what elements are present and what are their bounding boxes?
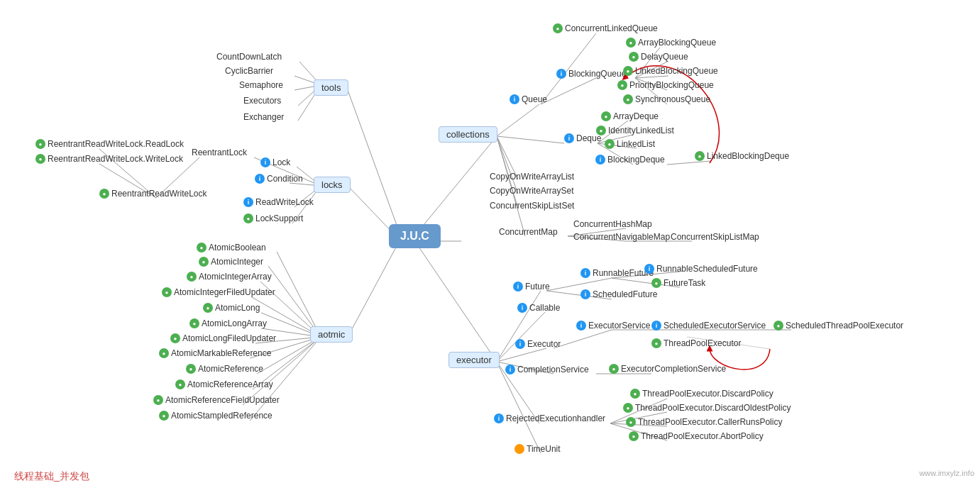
watermark: www.imxylz.info — [919, 469, 974, 477]
svg-line-54 — [497, 348, 546, 362]
node-reentrantreadwritelock: ● ReentrantReadWriteLock — [99, 189, 207, 199]
svg-line-62 — [554, 330, 612, 348]
svg-line-32 — [497, 136, 564, 143]
node-executors: Executors — [243, 96, 281, 106]
node-threadpoolexecutor: ● ThreadPoolExecutor — [651, 338, 741, 348]
node-identitylinkedlist: ● IdentityLinkedList — [596, 126, 674, 135]
svg-line-40 — [635, 76, 668, 78]
node-countdownlatch: CountDownLatch — [216, 52, 282, 62]
svg-line-48 — [667, 161, 711, 165]
executor-label: executor — [448, 352, 500, 368]
node-concurrentskiplistset: ConcurrentSkipListSet — [490, 201, 574, 211]
node-readlock: ● ReentrantReadWriteLock.ReadLock — [35, 139, 184, 149]
node-scheduledexecutorservice: i ScheduledExecutorService — [651, 321, 766, 331]
node-copyonwritearraylist: CopyOnWriteArrayList — [490, 172, 574, 182]
node-atomiclongfiledupdater: ● AtomicLongFiledUpdater — [170, 333, 276, 343]
node-atomicstampledreference: ● AtomicStampledReference — [159, 411, 272, 421]
tools-label: tools — [314, 79, 348, 96]
svg-line-19 — [277, 252, 321, 337]
node-copyonwritearrayset: CopyOnWriteArraySet — [490, 186, 573, 196]
node-concurrentlinkedqueue: ● ConcurrentLinkedQueue — [553, 23, 658, 33]
node-reentrantlock: ReentrantLock — [192, 148, 247, 157]
svg-line-2 — [417, 245, 497, 362]
node-executorcompletionservice: ● ExecutorCompletionService — [609, 364, 726, 374]
node-delayqueue: ● DelayQueue — [629, 52, 688, 62]
node-runnablefuture: i RunnableFuture — [580, 268, 654, 278]
svg-line-34 — [497, 136, 518, 194]
node-priorityblockingqueue: ● PriorityBlockingQueue — [617, 80, 714, 90]
node-concurrentnavigablemap: ConcurrentNavigableMap — [573, 232, 670, 242]
node-blockingdeque: i BlockingDeque — [595, 155, 665, 165]
node-executor: i Executor — [515, 339, 561, 349]
svg-line-5 — [348, 245, 397, 337]
center-node: J.U.C — [389, 224, 441, 248]
bottom-text: 线程基础_并发包 — [14, 470, 89, 483]
category-aotmic: aotmic — [310, 326, 353, 343]
node-linkedblockingdeque: ● LinkedBlockingDeque — [695, 151, 789, 161]
svg-line-52 — [497, 291, 541, 362]
category-locks: locks — [314, 177, 351, 193]
svg-line-3 — [348, 90, 397, 227]
node-atomiclong: ● AtomicLong — [203, 303, 260, 313]
node-atomicintegerfiledupdater: ● AtomicIntegerFiledUpdater — [162, 287, 275, 297]
svg-line-57 — [497, 362, 541, 453]
node-timeunit: TimeUnit — [514, 444, 561, 454]
node-arraydeque: ● ArrayDeque — [601, 111, 659, 121]
node-atomicinteger: ● AtomicInteger — [199, 257, 263, 267]
node-queue: i Queue — [510, 94, 547, 104]
node-lock: i Lock — [260, 157, 290, 167]
node-discardoldestpolicy: ● ThreadPoolExecutor.DiscardOldestPolicy — [623, 403, 791, 413]
node-futuretask: ● FutureTask — [651, 278, 705, 288]
node-concurrenthashmap: ConcurrentHashMap — [573, 219, 652, 229]
node-completionservice: i CompletionService — [505, 365, 589, 374]
node-linkedlist: ● LinkedList — [605, 139, 655, 149]
node-discardpolicy: ● ThreadPoolExecutor.DiscardPolicy — [630, 389, 773, 399]
node-atomicreferencearray: ● AtomicReferenceArray — [175, 379, 273, 389]
category-tools: tools — [314, 79, 348, 96]
node-synchronousqueue: ● SynchronousQueue — [623, 94, 710, 104]
node-blockingqueue: i BlockingQueue — [556, 69, 626, 79]
connection-lines — [0, 0, 980, 483]
node-executorservice: i ExecutorService — [576, 321, 650, 331]
category-collections: collections — [439, 126, 497, 143]
aotmic-label: aotmic — [310, 326, 353, 343]
node-condition: i Condition — [255, 174, 303, 184]
node-runnablescheduledfuture: i RunnableScheduledFuture — [644, 264, 758, 274]
node-atomicmarkablereference: ● AtomicMarkableReference — [159, 348, 271, 358]
svg-line-37 — [541, 78, 596, 104]
locks-label: locks — [314, 177, 351, 193]
collections-label: collections — [439, 126, 497, 143]
node-concurrentmap: ConcurrentMap — [499, 227, 558, 237]
node-abortpolicy: ● ThreadPoolExecutor.AbortPolicy — [629, 431, 764, 441]
node-atomiclongarray: ● AtomicLongArray — [189, 318, 267, 328]
diagram: J.U.C tools locks aotmic collections exe… — [0, 0, 980, 483]
node-readwritelock: i ReadWriteLock — [243, 197, 314, 207]
node-scheduledthreadpoolexecutor: ● ScheduledThreadPoolExecutor — [773, 321, 903, 331]
svg-line-31 — [497, 104, 539, 136]
node-semaphore: Semaphore — [239, 80, 283, 90]
node-atomicreference: ● AtomicReference — [186, 364, 263, 374]
svg-line-1 — [417, 136, 497, 233]
node-atomicintegerarray: ● AtomicIntegerArray — [187, 272, 272, 282]
node-exchanger: Exchanger — [243, 112, 284, 122]
node-atomicboolean: ● AtomicBoolean — [197, 243, 266, 252]
node-scheduledfuture: i ScheduledFuture — [580, 289, 657, 299]
node-linkedblockingqueue: ● LinkedBlockingQueue — [623, 66, 718, 76]
node-future: i Future — [513, 282, 550, 292]
category-executor: executor — [448, 352, 500, 368]
node-callable: i Callable — [517, 303, 560, 313]
node-locksupport: ● LockSupport — [243, 213, 303, 223]
node-writelock: ● ReentrantReadWriteLock.WriteLock — [35, 154, 183, 164]
node-arrayblockingqueue: ● ArrayBlockingQueue — [626, 38, 716, 48]
svg-line-53 — [497, 312, 545, 362]
node-concurrentskiplistmap: ConcurrentSkipListMap — [671, 232, 759, 242]
node-cyclicbarrier: CyclicBarrier — [225, 66, 273, 76]
juc-label: J.U.C — [389, 224, 441, 248]
node-callerrunspolicy: ● ThreadPoolExecutor.CallerRunsPolicy — [626, 417, 782, 427]
node-atomicreferencefieldsupdater: ● AtomicReferenceFieldUpdater — [153, 395, 280, 405]
node-rejectedexecutionhandler: i RejectedExecutionhandler — [494, 413, 605, 423]
